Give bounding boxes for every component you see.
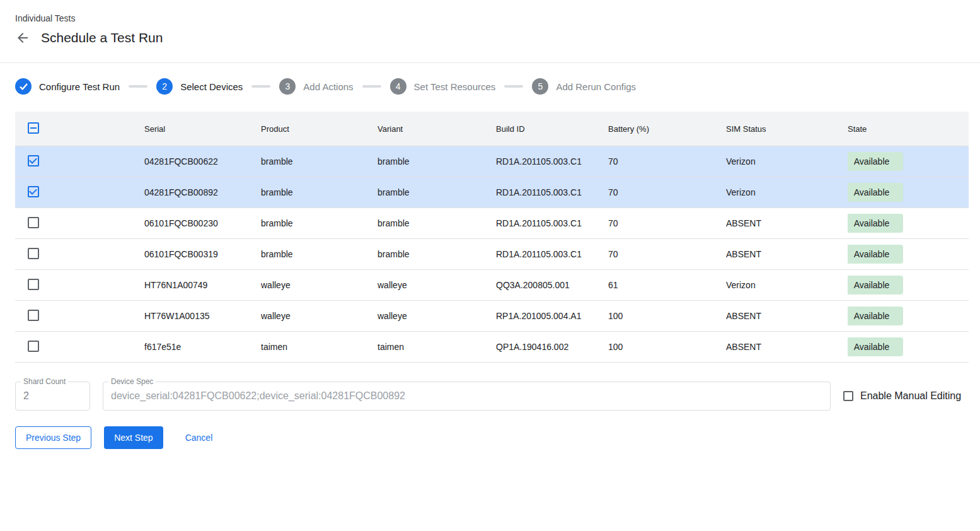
state-badge: Available — [848, 276, 903, 295]
header-checkbox-cell — [15, 122, 144, 136]
cell-variant: bramble — [378, 156, 496, 166]
step-4-label: Set Test Resources — [414, 81, 496, 92]
cell-build-id: RP1A.201005.004.A1 — [496, 311, 608, 321]
previous-step-button[interactable]: Previous Step — [15, 426, 91, 449]
step-add-actions[interactable]: 3 Add Actions — [279, 78, 353, 95]
table-row[interactable]: HT76W1A00135 walleye walleye RP1A.201005… — [15, 301, 969, 332]
manual-editing-label: Enable Manual Editing — [860, 390, 961, 402]
step-add-rerun-configs[interactable]: 5 Add Rerun Configs — [532, 78, 636, 95]
step-4-circle: 4 — [390, 78, 406, 95]
device-spec-label: Device Spec — [108, 377, 156, 386]
manual-editing-checkbox-unchecked[interactable] — [843, 391, 853, 401]
row-checkbox-unchecked[interactable] — [28, 248, 39, 259]
check-icon — [20, 83, 28, 90]
state-badge: Available — [848, 245, 903, 264]
cell-product: walleye — [261, 311, 378, 321]
table-row[interactable]: 06101FQCB00230 bramble bramble RD1A.2011… — [15, 208, 969, 239]
cell-battery: 70 — [608, 156, 726, 166]
state-badge: Available — [848, 183, 903, 202]
table-row[interactable]: 04281FQCB00622 bramble bramble RD1A.2011… — [15, 146, 969, 177]
shard-count-label: Shard Count — [21, 377, 68, 386]
cell-battery: 61 — [608, 280, 726, 290]
cell-state: Available — [848, 183, 969, 202]
column-header-serial: Serial — [144, 124, 261, 134]
cell-product: bramble — [261, 218, 378, 228]
table-row[interactable]: 04281FQCB00892 bramble bramble RD1A.2011… — [15, 177, 969, 208]
enable-manual-editing[interactable]: Enable Manual Editing — [843, 390, 961, 402]
action-buttons: Previous Step Next Step Cancel — [15, 426, 980, 449]
cell-build-id: RD1A.201105.003.C1 — [496, 218, 608, 228]
cell-sim-status: ABSENT — [726, 249, 848, 259]
step-connector — [129, 85, 147, 88]
cell-state: Available — [848, 337, 969, 356]
row-checkbox-unchecked[interactable] — [28, 310, 39, 321]
table-row[interactable]: 06101FQCB00319 bramble bramble RD1A.2011… — [15, 239, 969, 270]
cell-serial: f617e51e — [144, 342, 261, 352]
column-header-product: Product — [261, 124, 378, 134]
row-checkbox-checked[interactable] — [28, 186, 39, 197]
cell-serial: 06101FQCB00319 — [144, 249, 261, 259]
back-button[interactable] — [15, 30, 30, 45]
cell-product: walleye — [261, 280, 378, 290]
column-header-state: State — [848, 124, 969, 134]
cell-serial: HT76N1A00749 — [144, 280, 261, 290]
state-badge: Available — [848, 214, 903, 233]
cell-battery: 100 — [608, 311, 726, 321]
cell-battery: 70 — [608, 218, 726, 228]
cell-sim-status: ABSENT — [726, 218, 848, 228]
cell-sim-status: Verizon — [726, 187, 848, 197]
step-2-label: Select Devices — [180, 81, 243, 92]
table-row[interactable]: f617e51e taimen taimen QP1A.190416.002 1… — [15, 332, 969, 363]
page-header: Individual Tests Schedule a Test Run — [0, 0, 980, 63]
column-header-variant: Variant — [378, 124, 496, 134]
step-connector — [251, 85, 270, 88]
cell-variant: bramble — [378, 249, 496, 259]
step-select-devices[interactable]: 2 Select Devices — [156, 78, 243, 95]
row-checkbox-unchecked[interactable] — [28, 279, 39, 290]
step-3-label: Add Actions — [303, 81, 353, 92]
row-checkbox-unchecked[interactable] — [28, 217, 39, 228]
state-badge: Available — [848, 152, 903, 171]
cell-build-id: RD1A.201105.003.C1 — [496, 187, 608, 197]
step-5-label: Add Rerun Configs — [556, 81, 636, 92]
table-row[interactable]: HT76N1A00749 walleye walleye QQ3A.200805… — [15, 270, 969, 301]
state-badge: Available — [848, 337, 903, 356]
cell-build-id: RD1A.201105.003.C1 — [496, 249, 608, 259]
shard-count-field: Shard Count — [15, 382, 90, 411]
cell-sim-status: Verizon — [726, 156, 848, 166]
cell-battery: 70 — [608, 249, 726, 259]
device-spec-input[interactable] — [103, 382, 830, 410]
cancel-button[interactable]: Cancel — [180, 426, 218, 449]
cell-serial: HT76W1A00135 — [144, 311, 261, 321]
cell-build-id: QP1A.190416.002 — [496, 342, 608, 352]
step-3-circle: 3 — [279, 78, 296, 95]
step-2-circle: 2 — [156, 78, 173, 95]
step-connector — [362, 85, 381, 88]
step-1-label: Configure Test Run — [39, 81, 120, 92]
cell-sim-status: ABSENT — [726, 342, 848, 352]
cell-variant: bramble — [378, 218, 496, 228]
step-5-circle: 5 — [532, 78, 548, 95]
cell-product: bramble — [261, 249, 378, 259]
step-configure-test-run[interactable]: Configure Test Run — [15, 78, 120, 95]
cell-battery: 100 — [608, 342, 726, 352]
next-step-button[interactable]: Next Step — [104, 426, 163, 449]
cell-build-id: QQ3A.200805.001 — [496, 280, 608, 290]
cell-sim-status: Verizon — [726, 280, 848, 290]
step-set-test-resources[interactable]: 4 Set Test Resources — [390, 78, 496, 95]
step-1-circle — [15, 78, 32, 95]
select-all-checkbox-indeterminate[interactable] — [28, 122, 39, 134]
shard-count-input[interactable] — [16, 382, 89, 410]
row-checkbox-unchecked[interactable] — [28, 341, 39, 352]
state-badge: Available — [848, 306, 903, 325]
form-row: Shard Count Device Spec Enable Manual Ed… — [15, 382, 965, 411]
cell-state: Available — [848, 214, 969, 233]
cell-product: bramble — [261, 187, 378, 197]
row-checkbox-checked[interactable] — [28, 155, 39, 166]
cell-battery: 70 — [608, 187, 726, 197]
cell-serial: 06101FQCB00230 — [144, 218, 261, 228]
cell-state: Available — [848, 245, 969, 264]
cell-serial: 04281FQCB00892 — [144, 187, 261, 197]
stepper: Configure Test Run 2 Select Devices 3 Ad… — [15, 78, 980, 95]
cell-variant: walleye — [378, 280, 496, 290]
